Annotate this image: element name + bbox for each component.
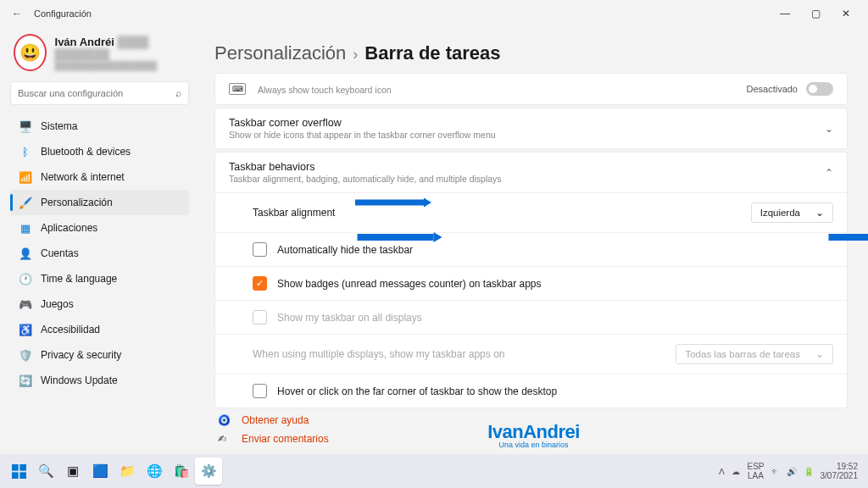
taskview-icon[interactable]: ▣ bbox=[59, 458, 86, 485]
language-indicator[interactable]: ESPLAA bbox=[747, 462, 764, 480]
breadcrumb-current: Barra de tareas bbox=[364, 42, 500, 64]
widgets-icon[interactable]: 🟦 bbox=[86, 458, 114, 485]
chevron-up-icon: ⌃ bbox=[825, 167, 833, 179]
touch-keyboard-sub: Always show touch keyboard icon bbox=[258, 85, 746, 95]
search-icon: ⌕ bbox=[175, 87, 181, 99]
svg-rect-5 bbox=[19, 464, 26, 471]
nav-label: Network & internet bbox=[41, 171, 125, 183]
nav-icon: ᛒ bbox=[19, 145, 32, 158]
nav-item-juegos[interactable]: 🎮Juegos bbox=[10, 291, 189, 317]
back-button[interactable]: ← bbox=[7, 8, 27, 19]
nav-icon: 🛡️ bbox=[19, 348, 32, 362]
breadcrumb-parent[interactable]: Personalización bbox=[214, 42, 346, 64]
nav-label: Juegos bbox=[41, 298, 74, 310]
touch-keyboard-row[interactable]: ⌨ Always show touch keyboard icon Desact… bbox=[215, 74, 847, 104]
nav-list: 🖥️SistemaᛒBluetooth & devices📶Network & … bbox=[10, 114, 189, 393]
clock[interactable]: 19:523/07/2021 bbox=[821, 462, 859, 480]
svg-rect-6 bbox=[12, 472, 19, 479]
tray-chevron-icon[interactable]: ᐱ bbox=[719, 467, 725, 476]
breadcrumb: Personalización › Barra de tareas bbox=[214, 42, 848, 64]
nav-item-windows-update[interactable]: 🔄Windows Update bbox=[10, 368, 189, 393]
overflow-sub: Show or hide icons that appear in the ta… bbox=[229, 130, 825, 140]
nav-item-cuentas[interactable]: 👤Cuentas bbox=[10, 241, 189, 266]
hovercorner-row[interactable]: Hover or click on the far corner of task… bbox=[215, 374, 847, 408]
hovercorner-label: Hover or click on the far corner of task… bbox=[277, 385, 833, 397]
taskbar-alignment-row: Taskbar alignment Izquierda⌄ bbox=[215, 193, 847, 233]
nav-item-aplicaciones[interactable]: ▦Aplicaciones bbox=[10, 215, 189, 241]
autohide-checkbox[interactable] bbox=[253, 242, 267, 257]
nav-label: Sistema bbox=[41, 120, 77, 132]
close-button[interactable]: ✕ bbox=[831, 3, 861, 24]
multidisp-row: When using multiple displays, show my ta… bbox=[215, 335, 847, 374]
help-icon: 🧿 bbox=[218, 414, 233, 426]
autohide-label: Automatically hide the taskbar bbox=[277, 244, 833, 256]
nav-label: Cuentas bbox=[41, 247, 79, 259]
search-taskbar-icon[interactable]: 🔍 bbox=[32, 458, 59, 485]
hovercorner-checkbox[interactable] bbox=[253, 384, 267, 398]
taskbar: 🔍 ▣ 🟦 📁 🌐 🛍️ ⚙️ ᐱ ☁ ESPLAA ᯤ 🔊 🔋 19:523/… bbox=[0, 454, 868, 488]
multidisp-dropdown: Todas las barras de tareas⌄ bbox=[676, 344, 833, 364]
nav-icon: 🖌️ bbox=[19, 196, 32, 209]
window-title: Configuración bbox=[34, 8, 92, 19]
nav-item-privacy-security[interactable]: 🛡️Privacy & security bbox=[10, 342, 189, 368]
badges-checkbox[interactable]: ✓ bbox=[253, 276, 267, 291]
user-email: █████████████████ bbox=[55, 61, 186, 70]
onedrive-icon[interactable]: ☁ bbox=[732, 467, 740, 476]
nav-label: Aplicaciones bbox=[41, 222, 97, 234]
nav-icon: 👤 bbox=[19, 247, 32, 260]
multidisp-label: When using multiple displays, show my ta… bbox=[253, 348, 676, 360]
watermark: IvanAndrei Una vida en binarios bbox=[487, 421, 580, 449]
minimize-button[interactable]: — bbox=[770, 3, 800, 24]
behaviors-sub: Taskbar alignment, badging, automaticall… bbox=[229, 174, 825, 184]
chevron-right-icon: › bbox=[353, 46, 358, 64]
nav-icon: 📶 bbox=[19, 170, 32, 184]
alldisplays-label: Show my taskbar on all displays bbox=[277, 312, 833, 324]
nav-item-network-internet[interactable]: 📶Network & internet bbox=[10, 164, 189, 190]
nav-item-accesibilidad[interactable]: ♿Accesibilidad bbox=[10, 317, 189, 342]
nav-label: Accesibilidad bbox=[41, 324, 100, 336]
nav-icon: 🕐 bbox=[19, 272, 32, 286]
explorer-icon[interactable]: 📁 bbox=[114, 458, 141, 485]
start-button[interactable] bbox=[5, 458, 32, 485]
nav-label: Bluetooth & devices bbox=[41, 146, 131, 158]
volume-icon[interactable]: 🔊 bbox=[787, 467, 797, 476]
store-icon[interactable]: 🛍️ bbox=[168, 458, 195, 485]
alignment-label: Taskbar alignment bbox=[253, 207, 751, 219]
nav-icon: ♿ bbox=[19, 323, 32, 336]
chevron-down-icon: ⌄ bbox=[815, 207, 824, 219]
behaviors-title: Taskbar behaviors bbox=[229, 161, 825, 173]
nav-label: Time & language bbox=[41, 273, 117, 285]
badges-row[interactable]: ✓ Show badges (unread messages counter) … bbox=[215, 267, 847, 301]
nav-item-bluetooth-devices[interactable]: ᛒBluetooth & devices bbox=[10, 139, 189, 164]
settings-icon[interactable]: ⚙️ bbox=[195, 458, 222, 485]
nav-icon: 🖥️ bbox=[19, 119, 32, 133]
nav-icon: 🎮 bbox=[19, 297, 32, 311]
autohide-row[interactable]: Automatically hide the taskbar bbox=[215, 233, 847, 267]
overflow-row[interactable]: Taskbar corner overflow Show or hide ico… bbox=[215, 108, 847, 148]
maximize-button[interactable]: ▢ bbox=[800, 3, 831, 24]
toggle-state: Desactivado bbox=[746, 84, 798, 94]
svg-rect-4 bbox=[12, 464, 19, 471]
edge-icon[interactable]: 🌐 bbox=[141, 458, 168, 485]
avatar: 😃 bbox=[14, 34, 47, 71]
search-box[interactable]: ⌕ bbox=[10, 81, 189, 105]
chevron-down-icon: ⌄ bbox=[815, 348, 824, 360]
nav-label: Windows Update bbox=[41, 374, 118, 386]
nav-item-time-language[interactable]: 🕐Time & language bbox=[10, 266, 189, 291]
user-profile[interactable]: 😃 Iván Andréi ████ ███████ █████████████… bbox=[14, 34, 186, 71]
nav-item-sistema[interactable]: 🖥️Sistema bbox=[10, 114, 189, 139]
keyboard-icon: ⌨ bbox=[229, 83, 246, 95]
alignment-dropdown[interactable]: Izquierda⌄ bbox=[751, 202, 833, 223]
battery-icon[interactable]: 🔋 bbox=[804, 467, 814, 476]
badges-label: Show badges (unread messages counter) on… bbox=[277, 278, 833, 290]
overflow-title: Taskbar corner overflow bbox=[229, 117, 825, 129]
wifi-icon[interactable]: ᯤ bbox=[771, 467, 780, 476]
search-input[interactable] bbox=[18, 88, 175, 98]
behaviors-row[interactable]: Taskbar behaviors Taskbar alignment, bad… bbox=[215, 152, 847, 192]
nav-item-personalizaci-n[interactable]: 🖌️Personalización bbox=[10, 190, 189, 215]
alldisplays-row: Show my taskbar on all displays bbox=[215, 301, 847, 335]
chevron-down-icon: ⌄ bbox=[825, 123, 833, 135]
touch-keyboard-toggle[interactable] bbox=[806, 82, 833, 96]
nav-label: Privacy & security bbox=[41, 349, 121, 361]
svg-rect-7 bbox=[19, 472, 26, 479]
